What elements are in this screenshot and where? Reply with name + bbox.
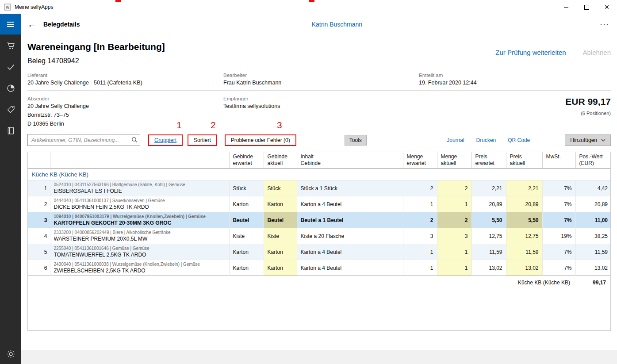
- cell-preis_aktuell[interactable]: 20,89: [506, 196, 542, 212]
- hinzufuegen-label: Hinzufügen: [570, 137, 597, 143]
- cell-wert: 11,59: [575, 244, 611, 260]
- cell-menge_aktuell[interactable]: 1: [437, 260, 471, 276]
- sidebar-item-tasks[interactable]: [0, 57, 21, 77]
- cell-preis_aktuell[interactable]: 12,75: [506, 228, 542, 244]
- footer-total: 99,17: [575, 276, 611, 290]
- article-meta: 2430040 | 05411361000038 | Wurzelgemüse …: [54, 261, 226, 267]
- cell-mwst: 7%: [542, 244, 575, 260]
- article-meta: 1094010 | 04007951003179 | Wurzelgemüse …: [54, 214, 226, 219]
- cell-gebinde_erwartet: Kiste: [229, 228, 264, 244]
- drucken-link[interactable]: Drucken: [476, 137, 496, 143]
- qr-code-link[interactable]: QR Code: [508, 137, 530, 143]
- cell-gebinde_aktuell[interactable]: Karton: [264, 244, 297, 260]
- tools-button[interactable]: Tools: [345, 135, 367, 146]
- article-name: EISBERGSALAT ES I FOLIE: [54, 188, 226, 195]
- field-value-absender-3: D 10365 Berlin: [27, 121, 223, 127]
- document-number: Beleg 14708942: [27, 57, 611, 65]
- more-button[interactable]: ···: [600, 20, 609, 29]
- cell-gebinde_aktuell[interactable]: Karton: [264, 196, 297, 212]
- table-row[interactable]: 62430040 | 05411361000038 | Wurzelgemüse…: [28, 260, 611, 276]
- sidebar-item-cart[interactable]: [0, 35, 21, 56]
- cell-mwst: 19%: [542, 228, 575, 244]
- article-cell: 2255040 | 05411361001646 | Gemüse | Gemü…: [50, 244, 229, 260]
- close-button[interactable]: ×: [597, 0, 617, 14]
- pie-chart-icon: [6, 84, 15, 93]
- cell-menge_erwartet: 1: [403, 260, 437, 276]
- search-icon[interactable]: [131, 137, 138, 143]
- field-value-absender-1: 20 Jahre Selly Challenge: [27, 103, 223, 109]
- forward-for-review-link[interactable]: Zur Prüfung weiterleiten: [495, 49, 566, 56]
- user-name[interactable]: Katrin Buschmann: [312, 21, 362, 28]
- cell-menge_aktuell[interactable]: 2: [437, 212, 471, 228]
- table-row[interactable]: 52255040 | 05411361001646 | Gemüse | Gem…: [28, 244, 611, 260]
- minimize-button[interactable]: [556, 0, 576, 14]
- probleme-fehler-button[interactable]: Probleme oder Fehler (0): [225, 134, 296, 146]
- cell-preis_aktuell[interactable]: 13,02: [506, 260, 542, 276]
- cell-preis_erwartet: 20,89: [471, 196, 506, 212]
- journal-link[interactable]: Journal: [447, 137, 464, 143]
- window-controls: ×: [556, 0, 617, 14]
- article-cell: 1094010 | 04007951003179 | Wurzelgemüse …: [50, 212, 229, 228]
- table-row[interactable]: 10524010 | 04311527563166 | Blattgemüse …: [28, 180, 611, 196]
- sidebar-item-prices[interactable]: [0, 99, 21, 119]
- cell-wert: 11,00: [575, 212, 611, 228]
- svg-text:w: w: [5, 5, 9, 10]
- cell-menge_aktuell[interactable]: 1: [437, 196, 471, 212]
- sidebar-item-statistics[interactable]: [0, 78, 21, 98]
- cell-wert: 20,89: [575, 196, 611, 212]
- cell-menge_aktuell[interactable]: 3: [437, 228, 471, 244]
- table-row[interactable]: 42333200 | 04000856202449 | Biere | Alko…: [28, 228, 611, 244]
- article-name: ZWIEBELSCHEIBEN 2,5KG TK ARDO: [54, 268, 226, 274]
- cell-gebinde_aktuell[interactable]: Kiste: [264, 228, 297, 244]
- sidebar-item-settings[interactable]: [0, 344, 21, 364]
- cell-gebinde_aktuell[interactable]: Beutel: [264, 212, 297, 228]
- column-header-0: [28, 152, 50, 169]
- cell-gebinde_erwartet: Karton: [229, 260, 264, 276]
- group-row: Küche KB (Küche KB): [28, 169, 611, 180]
- cell-num: 1: [28, 180, 50, 196]
- field-value-absender-2: Bornitzstr. 73–75: [27, 112, 223, 118]
- article-name: DICKE BOHNEN FEIN 2,5KG TK ARDO: [54, 204, 226, 211]
- positions-table: GebindeerwartetGebindeaktuellInhaltGebin…: [28, 152, 611, 289]
- cell-mwst: 7%: [542, 196, 575, 212]
- cell-inhalt: Stück a 1 Stück: [297, 180, 403, 196]
- hinzufuegen-button[interactable]: Hinzufügen: [565, 134, 611, 146]
- cell-menge_aktuell[interactable]: 2: [437, 180, 471, 196]
- sidebar-item-journal[interactable]: [0, 120, 21, 141]
- reject-link[interactable]: Ablehnen: [583, 49, 611, 56]
- cell-menge_aktuell[interactable]: 1: [437, 244, 471, 260]
- maximize-button[interactable]: [576, 0, 597, 14]
- field-value-empfaenger: Testfirma sellysolutions: [223, 103, 419, 109]
- search-input[interactable]: [27, 134, 140, 146]
- back-button[interactable]: ←: [27, 20, 36, 29]
- cell-gebinde_aktuell[interactable]: Karton: [264, 260, 297, 276]
- checkmark-icon: [6, 62, 15, 72]
- cell-menge_erwartet: 2: [403, 212, 437, 228]
- table-row[interactable]: 31094010 | 04007951003179 | Wurzelgemüse…: [28, 212, 611, 228]
- cell-preis_aktuell[interactable]: 11,59: [506, 244, 542, 260]
- cell-wert: 38,25: [575, 228, 611, 244]
- field-value-erstellt-am: 19. Februar 2020 12:44: [419, 80, 611, 86]
- cell-preis_aktuell[interactable]: 2,21: [506, 180, 542, 196]
- column-header-4: InhaltGebinde: [297, 152, 403, 169]
- cell-preis_erwartet: 5,50: [471, 212, 506, 228]
- cell-wert: 4,42: [575, 180, 611, 196]
- article-cell: 2430040 | 05411361000038 | Wurzelgemüse …: [50, 260, 229, 276]
- annotation-artifact: [115, 0, 121, 2]
- field-value-bearbeiter: Frau Katrin Buschmann: [223, 80, 419, 86]
- table-row[interactable]: 20444040 | 05411361000137 | Sauerkonserv…: [28, 196, 611, 212]
- cell-inhalt: Beutel a 1 Beutel: [297, 212, 403, 228]
- article-meta: 0444040 | 05411361000137 | Sauerkonserve…: [54, 198, 226, 203]
- cell-gebinde_aktuell[interactable]: Stück: [264, 180, 297, 196]
- sortiert-button[interactable]: Sortiert: [188, 134, 217, 146]
- annotation-artifact: [309, 0, 314, 2]
- fields-row-2: Absender 20 Jahre Selly Challenge Bornit…: [27, 91, 611, 127]
- column-header-7: Preiserwartet: [471, 152, 506, 169]
- cell-wert: 13,02: [575, 260, 611, 276]
- maximize-icon: [584, 5, 589, 10]
- gruppiert-button[interactable]: Gruppiert: [148, 134, 183, 146]
- article-cell: 0444040 | 05411361000137 | Sauerkonserve…: [50, 196, 229, 212]
- field-value-lieferant: 20 Jahre Selly Challenge - 5011 (Cafeter…: [27, 80, 223, 86]
- menu-button[interactable]: [0, 14, 21, 34]
- cell-preis_aktuell[interactable]: 5,50: [506, 212, 542, 228]
